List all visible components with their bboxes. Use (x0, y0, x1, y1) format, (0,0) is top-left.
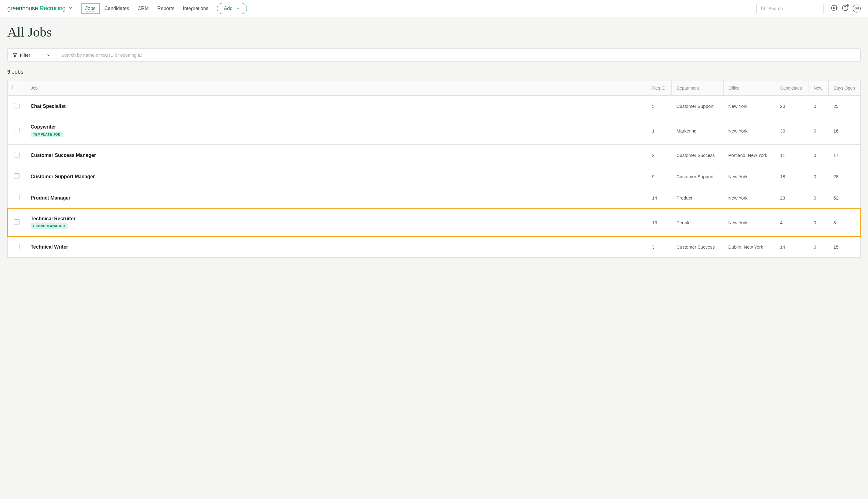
table-row[interactable]: Technical RecruiterHIRING MANAGER13Peopl… (8, 209, 861, 236)
days-open-cell: 16 (829, 117, 861, 145)
table-row[interactable]: Technical Writer3Customer SuccessDublin,… (8, 236, 861, 258)
department-cell: Marketing (672, 117, 724, 145)
row-checkbox[interactable] (14, 173, 20, 179)
jobs-search-input[interactable] (56, 49, 860, 61)
job-cell[interactable]: CopywriterTEMPLATE JOB (26, 117, 647, 145)
department-cell: Customer Success (672, 236, 724, 258)
days-open-cell: 3 (829, 209, 861, 236)
logo[interactable]: greenhouse Recruiting (7, 5, 73, 12)
row-checkbox[interactable] (14, 127, 20, 133)
days-open-cell: 52 (829, 187, 861, 209)
filter-button[interactable]: Filter (8, 49, 56, 61)
job-name: Chat Specialist (31, 104, 642, 109)
job-cell[interactable]: Customer Support Manager (26, 166, 647, 187)
col-candidates[interactable]: Candidates (775, 81, 809, 96)
job-cell[interactable]: Customer Success Manager (26, 145, 647, 166)
table-row[interactable]: CopywriterTEMPLATE JOB1MarketingNew York… (8, 117, 861, 145)
req-id-cell: 9 (647, 166, 672, 187)
jobs-count-number: 9 (7, 69, 10, 75)
req-id-cell: 3 (647, 236, 672, 258)
department-cell: Customer Support (672, 166, 724, 187)
row-checkbox[interactable] (14, 103, 20, 108)
row-checkbox[interactable] (14, 195, 20, 200)
avatar[interactable]: GH (853, 4, 861, 12)
select-all-checkbox[interactable] (12, 85, 18, 90)
job-name: Technical Writer (31, 244, 642, 250)
candidates-cell: 20 (775, 96, 809, 117)
gear-icon[interactable] (831, 4, 837, 12)
new-cell: 0 (809, 209, 829, 236)
filter-label: Filter (20, 53, 30, 58)
filter-icon (12, 53, 17, 58)
candidates-cell: 18 (775, 166, 809, 187)
job-name: Product Manager (31, 195, 642, 201)
jobs-count-label: Jobs (12, 69, 23, 75)
svg-marker-5 (13, 53, 17, 57)
office-cell: New York (724, 96, 775, 117)
job-badge: TEMPLATE JOB (31, 132, 63, 137)
chevron-down-icon (236, 7, 240, 11)
table-row[interactable]: Customer Success Manager2Customer Succes… (8, 145, 861, 166)
top-bar: greenhouse Recruiting Jobs Candidates CR… (0, 0, 868, 17)
row-checkbox[interactable] (14, 152, 20, 158)
help-icon[interactable] (842, 4, 848, 12)
col-new[interactable]: New (809, 81, 829, 96)
col-days-open[interactable]: Days Open (829, 81, 861, 96)
job-name: Customer Support Manager (31, 174, 642, 180)
filter-bar: Filter (7, 48, 861, 62)
job-cell[interactable]: Chat Specialist (26, 96, 647, 117)
col-office[interactable]: Office (724, 81, 775, 96)
add-button-label: Add (224, 6, 232, 11)
office-cell: New York (724, 117, 775, 145)
page-title: All Jobs (7, 24, 861, 40)
chevron-down-icon[interactable] (68, 5, 73, 12)
row-checkbox-cell (8, 236, 26, 258)
req-id-cell: 2 (647, 145, 672, 166)
department-cell: Product (672, 187, 724, 209)
table-row[interactable]: Product Manager14ProductNew York23052 (8, 187, 861, 209)
new-cell: 0 (809, 117, 829, 145)
nav-jobs[interactable]: Jobs (81, 3, 100, 14)
select-all-header (8, 81, 26, 96)
job-cell[interactable]: Technical RecruiterHIRING MANAGER (26, 209, 647, 236)
col-job[interactable]: Job (26, 81, 647, 96)
row-checkbox-cell (8, 209, 26, 236)
global-search-input[interactable] (768, 6, 820, 11)
col-reqid[interactable]: Req ID (647, 81, 672, 96)
days-open-cell: 25 (829, 96, 861, 117)
days-open-cell: 28 (829, 166, 861, 187)
row-checkbox-cell (8, 166, 26, 187)
candidates-cell: 23 (775, 187, 809, 209)
job-cell[interactable]: Product Manager (26, 187, 647, 209)
job-cell[interactable]: Technical Writer (26, 236, 647, 258)
table-row[interactable]: Chat Specialist5Customer SupportNew York… (8, 96, 861, 117)
nav-candidates[interactable]: Candidates (101, 3, 133, 14)
row-checkbox[interactable] (14, 219, 20, 225)
days-open-cell: 17 (829, 145, 861, 166)
department-cell: Customer Success (672, 145, 724, 166)
row-checkbox[interactable] (14, 244, 20, 249)
nav-links: Jobs Candidates CRM Reports Integrations (81, 3, 212, 14)
candidates-cell: 4 (775, 209, 809, 236)
job-name: Technical Recruiter (31, 216, 642, 221)
department-cell: Customer Support (672, 96, 724, 117)
jobs-table: Job Req ID Department Office Candidates … (7, 80, 861, 258)
office-cell: New York (724, 187, 775, 209)
header-icons: GH (831, 4, 861, 12)
table-header-row: Job Req ID Department Office Candidates … (8, 81, 861, 96)
nav-crm[interactable]: CRM (134, 3, 153, 14)
nav-integrations[interactable]: Integrations (179, 3, 212, 14)
candidates-cell: 11 (775, 145, 809, 166)
global-search[interactable] (757, 3, 823, 14)
new-cell: 0 (809, 187, 829, 209)
row-checkbox-cell (8, 117, 26, 145)
days-open-cell: 15 (829, 236, 861, 258)
new-cell: 0 (809, 145, 829, 166)
logo-suffix: Recruiting (38, 5, 65, 12)
table-row[interactable]: Customer Support Manager9Customer Suppor… (8, 166, 861, 187)
chevron-down-icon (46, 53, 51, 58)
notification-dot (846, 4, 849, 7)
col-department[interactable]: Department (672, 81, 724, 96)
nav-reports[interactable]: Reports (154, 3, 178, 14)
add-button[interactable]: Add (217, 3, 247, 14)
